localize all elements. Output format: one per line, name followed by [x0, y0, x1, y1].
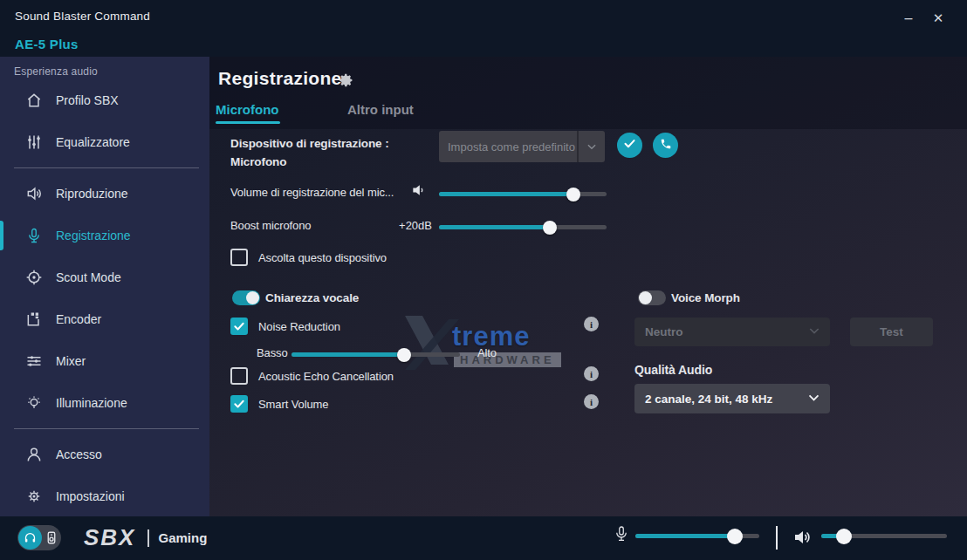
audio-quality-label: Qualità Audio [634, 363, 712, 377]
close-button[interactable]: ✕ [925, 7, 951, 30]
sidebar-item-illuminazione[interactable]: Illuminazione [0, 382, 209, 424]
noise-reduction-checkbox[interactable] [230, 318, 248, 335]
sidebar-item-scout-mode[interactable]: Scout Mode [0, 256, 209, 298]
user-icon [24, 445, 44, 464]
sidebar-item-registrazione[interactable]: Registrazione [0, 215, 209, 256]
sidebar-item-impostazioni[interactable]: Impostazioni [0, 475, 209, 517]
listen-device-label: Ascolta questo dispositivo [258, 251, 387, 264]
slider-thumb[interactable] [566, 188, 580, 201]
info-icon[interactable]: i [584, 394, 599, 409]
voice-clarity-toggle[interactable] [232, 290, 260, 305]
sidebar-item-equalizzatore[interactable]: Equalizzatore [0, 121, 209, 163]
smart-volume-label: Smart Volume [258, 398, 328, 411]
slider-thumb[interactable] [397, 348, 411, 362]
footer-bar: SBX Gaming [0, 516, 967, 560]
info-icon[interactable]: i [584, 366, 599, 381]
output-device-toggle[interactable] [17, 525, 61, 550]
microfono-tab-content: Dispositivo di registrazione : Microfono… [209, 129, 967, 516]
chevron-down-icon [807, 324, 821, 340]
smart-volume-checkbox[interactable] [230, 395, 248, 413]
slider-thumb[interactable] [727, 529, 743, 544]
home-icon [24, 91, 44, 110]
selected-indicator [0, 221, 3, 250]
mic-boost-value: +20dB [388, 219, 432, 232]
sidebar-item-profilo-sbx[interactable]: Profilo SBX [0, 79, 209, 121]
audio-quality-dropdown[interactable]: 2 canale, 24 bit, 48 kHz [634, 384, 830, 413]
voice-morph-label: Voice Morph [671, 291, 740, 304]
encoder-icon [24, 310, 44, 329]
phone-test-button[interactable] [653, 133, 678, 158]
sidebar-item-riproduzione[interactable]: Riproduzione [0, 173, 209, 215]
slider-thumb[interactable] [836, 529, 852, 544]
microphone-icon [614, 524, 629, 549]
tab-microfono[interactable]: Microfono [216, 102, 279, 117]
noise-slider-max-label: Alto [477, 346, 497, 359]
mic-volume-slider[interactable] [439, 192, 607, 196]
gear-icon [24, 487, 44, 506]
watermark-x-logo [403, 314, 461, 375]
footer-divider [776, 526, 778, 550]
sidebar-item-label: Accesso [56, 447, 102, 461]
echo-cancellation-label: Acoustic Echo Cancellation [258, 370, 394, 383]
mode-label: Gaming [158, 530, 207, 545]
recording-device-label: Dispositivo di registrazione : Microfono [230, 134, 422, 171]
sound-blaster-command-window: Sound Blaster Command AE-5 Plus – ✕ Espe… [0, 0, 967, 560]
chevron-down-icon[interactable] [579, 131, 605, 162]
titlebar: Sound Blaster Command AE-5 Plus – ✕ [0, 0, 967, 57]
check-icon [623, 137, 636, 154]
listen-device-checkbox[interactable] [230, 249, 248, 266]
main-panel: Registrazione Microfono Altro input Disp… [209, 57, 967, 516]
headphones-icon[interactable] [18, 526, 42, 550]
sidebar-item-label: Impostazioni [56, 489, 125, 503]
apply-check-button[interactable] [617, 133, 642, 158]
settings-gear-icon[interactable] [339, 72, 354, 92]
set-default-label[interactable]: Imposta come predefinito [439, 131, 577, 162]
sidebar-divider [14, 428, 199, 429]
sidebar-item-accesso[interactable]: Accesso [0, 434, 209, 475]
voice-morph-preset-dropdown[interactable]: Neutro [634, 318, 830, 346]
sidebar: Esperienza audio Profilo SBX Equalizzato… [0, 57, 209, 516]
app-title: Sound Blaster Command [15, 10, 150, 23]
voice-morph-preset-value: Neutro [645, 325, 683, 338]
voice-clarity-label: Chiarezza vocale [265, 291, 359, 304]
microphone-icon [24, 226, 44, 245]
mic-boost-label: Boost microfono [230, 219, 311, 232]
watermark-hardware-text: HARDWARE [454, 352, 561, 367]
brand-area: SBX Gaming [84, 524, 207, 551]
sidebar-item-label: Registrazione [56, 229, 131, 242]
mic-boost-slider[interactable] [439, 225, 607, 229]
noise-reduction-slider[interactable] [291, 352, 460, 357]
voice-morph-toggle[interactable] [638, 290, 666, 305]
echo-cancellation-checkbox[interactable] [230, 367, 248, 385]
minimize-button[interactable]: – [895, 7, 922, 30]
speaker-icon [24, 184, 44, 203]
sidebar-item-encoder[interactable]: Encoder [0, 298, 209, 340]
voice-morph-test-button[interactable]: Test [850, 318, 933, 346]
sidebar-item-mixer[interactable]: Mixer [0, 340, 209, 382]
sidebar-item-label: Illuminazione [56, 396, 127, 410]
speaker-icon [792, 527, 813, 551]
audio-quality-value: 2 canale, 24 bit, 48 kHz [645, 393, 772, 406]
brand-divider [147, 529, 149, 547]
device-name: AE-5 Plus [15, 37, 79, 51]
sidebar-item-label: Equalizzatore [56, 135, 130, 149]
speaker-cabinet-icon[interactable] [47, 531, 56, 548]
tab-altro-input[interactable]: Altro input [347, 102, 414, 117]
footer-mic-volume-slider[interactable] [635, 534, 759, 538]
main-header: Registrazione Microfono Altro input [209, 57, 967, 129]
bulb-icon [24, 393, 44, 413]
phone-icon [660, 138, 672, 154]
noise-reduction-label: Noise Reduction [258, 320, 340, 333]
sidebar-item-label: Riproduzione [56, 187, 128, 201]
sidebar-divider [14, 167, 199, 168]
footer-speaker-volume-slider[interactable] [821, 534, 947, 538]
speaker-small-icon [410, 181, 428, 202]
chevron-down-icon [806, 390, 821, 407]
set-default-dropdown[interactable]: Imposta come predefinito [439, 131, 605, 162]
info-icon[interactable]: i [584, 317, 599, 331]
sidebar-item-label: Mixer [56, 354, 86, 368]
page-title: Registrazione [218, 68, 342, 89]
equalizer-icon [24, 133, 44, 152]
target-icon [24, 268, 44, 287]
slider-thumb[interactable] [543, 221, 557, 235]
